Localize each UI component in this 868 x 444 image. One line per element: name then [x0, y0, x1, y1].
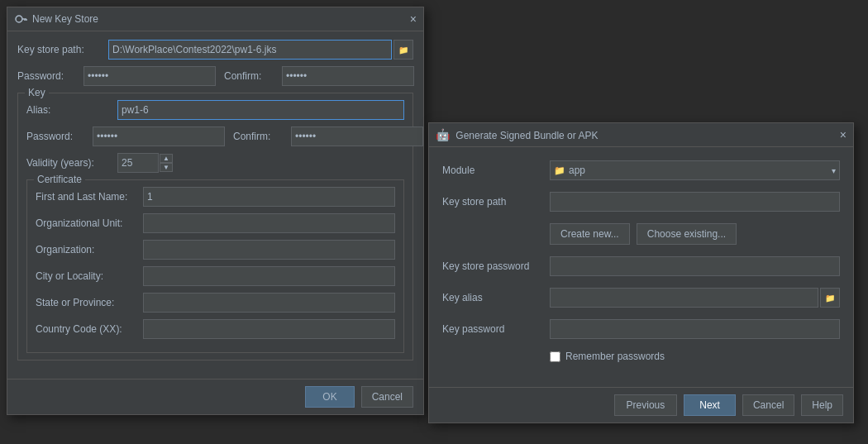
keystore-path-input[interactable] [108, 40, 392, 60]
state-label: State or Province: [36, 297, 143, 308]
validity-up-button[interactable]: ▲ [160, 154, 173, 163]
state-input[interactable] [143, 293, 395, 313]
remember-label: Remember passwords [565, 351, 665, 362]
android-icon: 🤖 [436, 128, 450, 141]
keystore-title-bar: New Key Store × [7, 7, 423, 31]
org-row: Organization: [36, 240, 395, 260]
certificate-title: Certificate [34, 174, 85, 185]
org-unit-label: Organizational Unit: [36, 217, 143, 229]
keystore-password-input[interactable] [83, 66, 216, 86]
city-input[interactable] [143, 266, 395, 286]
keystore-cancel-button[interactable]: Cancel [361, 386, 413, 408]
first-last-row: First and Last Name: [36, 187, 395, 207]
keystore-dialog-body: Key store path: 📁 Password: Confirm: Key… [7, 31, 423, 375]
validity-down-button[interactable]: ▼ [160, 163, 173, 172]
key-password-signed-row: Key password [442, 319, 840, 339]
key-section-title: Key [25, 87, 49, 98]
key-confirm-label: Confirm: [233, 131, 291, 142]
signed-close-button[interactable]: × [840, 129, 847, 141]
help-button[interactable]: Help [801, 394, 843, 416]
org-unit-row: Organizational Unit: [36, 213, 395, 233]
key-icon [14, 12, 27, 26]
certificate-section: Certificate First and Last Name: Organiz… [26, 179, 404, 353]
key-alias-input[interactable] [550, 288, 818, 308]
keystore-dialog-title: New Key Store [32, 13, 98, 25]
signed-keystore-path-row: Key store path [442, 192, 840, 212]
first-last-label: First and Last Name: [36, 191, 143, 203]
keystore-dialog: New Key Store × Key store path: 📁 Passwo… [7, 7, 424, 415]
key-alias-browse-button[interactable]: 📁 [820, 288, 840, 308]
folder-icon: 📁 [398, 45, 408, 55]
org-unit-input[interactable] [143, 213, 395, 233]
keystore-browse-button[interactable]: 📁 [393, 40, 413, 60]
signed-dialog-title: Generate Signed Bundle or APK [455, 130, 598, 141]
folder-module-icon: 📁 [554, 165, 565, 176]
validity-row: Validity (years): ▲ ▼ [26, 153, 404, 173]
keystore-path-label: Key store path: [17, 44, 108, 55]
key-password-row: Password: Confirm: [26, 127, 404, 146]
keystore-password-signed-label: Key store password [442, 260, 550, 272]
signed-dialog-body: Module 📁 app ▾ Key store path Create new… [429, 147, 853, 387]
key-password-input[interactable] [93, 127, 225, 146]
keystore-path-row: Key store path: 📁 [17, 40, 413, 60]
first-last-input[interactable] [143, 187, 395, 207]
country-row: Country Code (XX): [36, 319, 395, 339]
city-row: City or Locality: [36, 266, 395, 286]
key-password-label: Password: [26, 131, 93, 142]
validity-input[interactable] [117, 153, 159, 173]
keystore-dialog-buttons: OK Cancel [7, 379, 423, 414]
chevron-down-icon: ▾ [832, 166, 836, 175]
validity-label: Validity (years): [26, 157, 117, 169]
state-row: State or Province: [36, 293, 395, 313]
org-input[interactable] [143, 240, 395, 260]
signed-title-left: 🤖 Generate Signed Bundle or APK [436, 128, 598, 141]
next-button[interactable]: Next [684, 394, 736, 416]
previous-button[interactable]: Previous [614, 394, 678, 416]
key-section: Key Alias: Password: Confirm: Validity (… [17, 93, 413, 360]
key-alias-label: Key alias [442, 292, 550, 303]
keystore-password-label: Password: [17, 70, 83, 82]
keystore-ok-button[interactable]: OK [305, 386, 354, 408]
keystore-confirm-input[interactable] [282, 66, 414, 86]
module-label: Module [442, 165, 550, 176]
signed-footer: Previous Next Cancel Help [429, 387, 853, 423]
module-select[interactable]: 📁 app ▾ [550, 160, 840, 180]
org-label: Organization: [36, 244, 143, 255]
key-alias-row: Key alias 📁 [442, 288, 840, 308]
signed-title-bar: 🤖 Generate Signed Bundle or APK × [429, 123, 853, 147]
svg-point-0 [16, 16, 22, 22]
create-new-button[interactable]: Create new... [550, 223, 630, 245]
validity-spinner: ▲ ▼ [160, 154, 173, 172]
signed-keystore-path-label: Key store path [442, 196, 550, 208]
alias-label: Alias: [26, 104, 117, 116]
key-password-signed-input[interactable] [550, 319, 840, 339]
country-input[interactable] [143, 319, 395, 339]
key-confirm-input[interactable] [291, 127, 423, 146]
city-label: City or Locality: [36, 270, 143, 282]
signed-cancel-button[interactable]: Cancel [742, 394, 794, 416]
keystore-password-signed-input[interactable] [550, 256, 840, 276]
keystore-title-left: New Key Store [14, 12, 98, 26]
module-value: app [569, 165, 585, 176]
module-row: Module 📁 app ▾ [442, 160, 840, 180]
key-password-signed-label: Key password [442, 323, 550, 335]
alias-input[interactable] [117, 100, 404, 120]
signed-dialog: 🤖 Generate Signed Bundle or APK × Module… [428, 122, 854, 423]
keystore-password-signed-row: Key store password [442, 256, 840, 276]
remember-checkbox[interactable] [550, 351, 560, 362]
remember-row: Remember passwords [550, 351, 840, 362]
signed-keystore-path-input[interactable] [550, 192, 840, 212]
keystore-confirm-label: Confirm: [224, 70, 282, 82]
keystore-close-button[interactable]: × [410, 13, 417, 25]
choose-existing-button[interactable]: Choose existing... [637, 223, 737, 245]
signed-create-choose-row: Create new... Choose existing... [550, 223, 840, 245]
alias-row: Alias: [26, 100, 404, 120]
keystore-password-row: Password: Confirm: [17, 66, 413, 86]
country-label: Country Code (XX): [36, 323, 143, 335]
